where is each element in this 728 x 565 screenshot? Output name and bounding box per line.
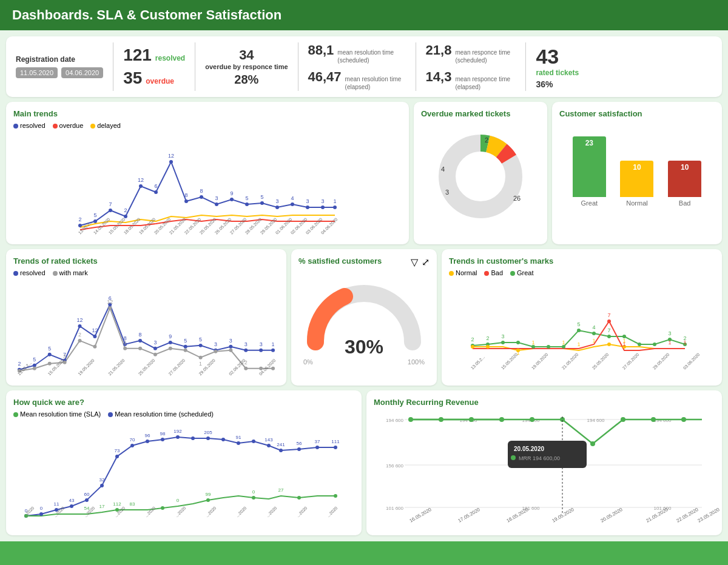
svg-point-67 [93, 335, 96, 338]
svg-text:...2020: ...2020 [144, 506, 156, 518]
svg-point-264 [651, 417, 656, 422]
svg-text:2: 2 [78, 216, 81, 222]
svg-text:5: 5 [260, 194, 263, 200]
mrr-chart: 194 600 194 600 194 600 194 600 194 600 … [374, 410, 715, 528]
svg-point-4 [139, 184, 143, 188]
svg-point-10 [230, 198, 234, 201]
bar-great-label: Great [581, 199, 598, 207]
svg-text:29.05.2020: 29.05.2020 [652, 352, 670, 370]
svg-point-78 [259, 349, 263, 352]
legend-scheduled: Mean resolution time (scheduled) [108, 410, 214, 418]
date-filter: Registration date 11.05.2020 04.06.2020 [16, 42, 113, 91]
svg-point-1 [93, 219, 97, 223]
svg-point-182 [85, 498, 89, 502]
legend-overdue: overdue [53, 122, 84, 129]
resolved-stats: 121 resolved 35 overdue [113, 42, 195, 91]
svg-text:17.05.2020: 17.05.2020 [457, 507, 482, 524]
svg-text:19.05.2020: 19.05.2020 [551, 507, 576, 524]
svg-text:98: 98 [160, 431, 166, 436]
svg-text:3: 3 [668, 330, 671, 336]
bar-bad-label: Bad [679, 199, 691, 207]
svg-text:27.05.2020: 27.05.2020 [622, 352, 640, 370]
svg-text:143: 143 [265, 437, 273, 443]
svg-point-262 [590, 441, 595, 446]
bar-normal-value: 10 [633, 161, 641, 197]
svg-text:1: 1 [562, 339, 565, 346]
svg-text:21.05.2020: 21.05.2020 [561, 352, 579, 370]
svg-point-8 [200, 195, 203, 199]
bar-normal-label: Normal [626, 199, 647, 207]
satisfied-customers-card: % satisfied customers ▽ ⤢ 30% 0% 100% [291, 249, 437, 386]
date-label: Registration date [16, 55, 103, 64]
svg-text:27.05.2020: 27.05.2020 [168, 358, 186, 376]
svg-text:5: 5 [33, 356, 36, 363]
svg-point-133 [501, 341, 505, 344]
mean-res-elapsed-label: mean resolution time (elapsed) [345, 75, 406, 91]
mrr-title: Monthly Recurring Revenue [374, 398, 715, 407]
svg-text:1: 1 [577, 341, 580, 347]
svg-text:2: 2 [486, 335, 489, 341]
svg-text:5: 5 [93, 212, 96, 218]
svg-text:1: 1 [592, 338, 595, 344]
gauge-max: 100% [408, 358, 425, 366]
svg-point-72 [169, 341, 172, 344]
svg-point-136 [547, 345, 550, 349]
svg-point-187 [161, 438, 164, 441]
svg-point-138 [577, 329, 581, 332]
filter-icon[interactable]: ▽ [411, 256, 418, 268]
svg-text:2: 2 [124, 207, 127, 213]
svg-text:112: 112 [113, 501, 121, 507]
svg-text:19.05.2020: 19.05.2020 [531, 352, 549, 370]
stats-card: Registration date 11.05.2020 04.06.2020 … [6, 36, 722, 97]
expand-icon[interactable]: ⤢ [422, 256, 430, 268]
svg-text:7: 7 [109, 201, 112, 207]
charts-row-1: Main trends resolved overdue delayed [6, 102, 722, 244]
rated-tickets-stats: 43 rated tickets 36% [526, 42, 588, 91]
legend-great: Great [510, 269, 534, 276]
header: Dashboards. SLA & Customer Satisfaction [0, 0, 728, 30]
svg-text:194 600: 194 600 [460, 418, 477, 423]
legend-resolved2: resolved [13, 269, 46, 276]
svg-point-74 [199, 344, 203, 347]
overdue-number: 35 [123, 69, 142, 88]
svg-point-93 [214, 350, 217, 353]
svg-point-134 [516, 341, 520, 344]
resolved-number: 121 [123, 45, 152, 65]
svg-point-183 [100, 484, 104, 487]
svg-point-149 [607, 343, 611, 346]
svg-point-202 [206, 498, 210, 502]
svg-text:60: 60 [84, 492, 90, 497]
svg-text:1: 1 [272, 341, 275, 347]
svg-point-6 [169, 160, 173, 164]
svg-point-186 [146, 440, 149, 443]
svg-text:83: 83 [130, 501, 135, 507]
svg-point-194 [267, 444, 271, 447]
svg-point-0 [78, 224, 82, 227]
date-from[interactable]: 11.05.2020 [16, 67, 58, 78]
page-title: Dashboards. SLA & Customer Satisfaction [12, 7, 281, 22]
svg-text:4: 4 [592, 324, 595, 330]
svg-text:205: 205 [204, 430, 212, 435]
mean-resolution-stats: 88,1 mean resolution time (scheduled) 46… [298, 42, 416, 91]
satisfied-title: % satisfied customers [298, 256, 382, 266]
svg-point-77 [244, 349, 248, 352]
svg-point-143 [653, 343, 656, 346]
svg-point-92 [199, 356, 203, 359]
svg-point-257 [439, 417, 443, 422]
customer-marks-card: Trends in customer's marks Normal Bad Gr… [442, 249, 722, 386]
rated-trends-chart: 2 5 5 7 12 12 6 8 8 3 9 5 5 3 3 3 3 [13, 279, 279, 378]
svg-point-82 [48, 362, 52, 366]
svg-text:1: 1 [531, 339, 534, 346]
bar-great-value: 23 [585, 136, 593, 197]
svg-point-16 [321, 206, 325, 209]
bar-normal: 10 Normal [620, 161, 653, 207]
svg-text:22.05.2020: 22.05.2020 [676, 507, 700, 524]
date-to[interactable]: 04.06.2020 [61, 67, 103, 78]
main-trends-card: Main trends resolved overdue delayed [6, 102, 409, 244]
bar-great: 23 Great [573, 136, 606, 207]
svg-text:3: 3 [63, 353, 66, 359]
svg-point-184 [115, 455, 119, 458]
svg-text:56: 56 [297, 441, 302, 446]
svg-text:241: 241 [277, 442, 285, 447]
legend-with-mark: with mark [53, 269, 88, 276]
